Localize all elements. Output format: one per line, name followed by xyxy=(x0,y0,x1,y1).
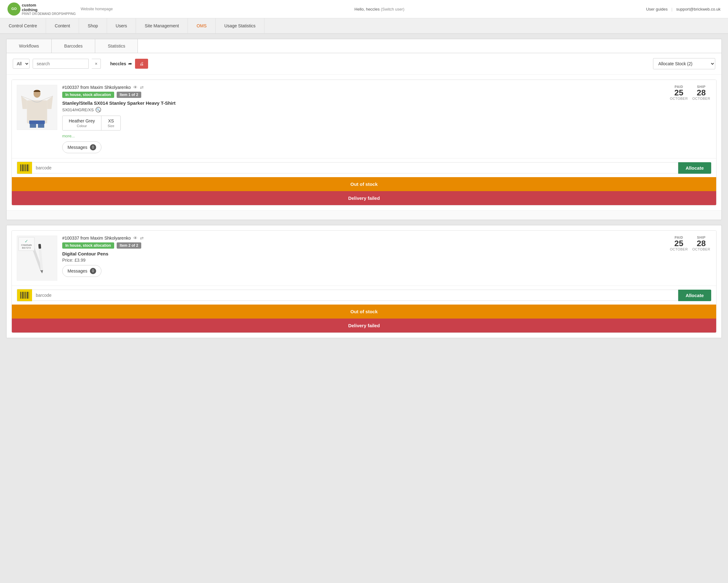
badge-item-1: Item 1 of 2 xyxy=(117,92,141,98)
product-image-2: ✓ ChildSafeBS7272 xyxy=(17,235,57,281)
svg-rect-14 xyxy=(25,164,26,171)
svg-rect-16 xyxy=(27,164,28,171)
paid-month-1: OCTOBER xyxy=(669,96,689,101)
nav-site-management[interactable]: Site Management xyxy=(136,18,188,33)
barcode-row-2: Allocate xyxy=(12,285,716,305)
order-title-row-1: #100337 from Maxim Shkolyarenko 👁 ⇄ xyxy=(62,85,664,90)
support-email-link[interactable]: support@brickweb.co.uk xyxy=(676,7,721,11)
allocate-button-1[interactable]: Allocate xyxy=(678,162,711,174)
sku-search-icon-1[interactable]: 🔍 xyxy=(96,107,101,112)
nav-shop[interactable]: Shop xyxy=(79,18,107,33)
barcode-svg-1 xyxy=(20,164,29,171)
svg-rect-9 xyxy=(29,120,45,124)
website-link[interactable]: Website homepage xyxy=(81,6,113,12)
badge-row-2: In house, stock allocation Item 2 of 2 xyxy=(62,242,664,249)
barcode-row-1: Allocate xyxy=(12,158,716,177)
shuffle-icon-2[interactable]: ⇄ xyxy=(140,235,144,241)
paid-date-box-2: PAID 25 OCTOBER xyxy=(669,235,689,251)
hello-text: Hello, heccles (Switch user) xyxy=(354,7,404,11)
svg-rect-12 xyxy=(22,164,23,171)
top-bar: GO customclothing PRINT ON DEMAND DROPSH… xyxy=(0,0,728,18)
logo-main-text: customclothing xyxy=(22,3,76,12)
content-wrap: Workflows Barcodes Statistics All × hecc… xyxy=(0,34,728,343)
order-number-1: #100337 from Maxim Shkolyarenko xyxy=(62,85,131,90)
switch-user-link[interactable]: (Switch user) xyxy=(381,7,405,11)
order-details-1: #100337 from Maxim Shkolyarenko 👁 ⇄ In h… xyxy=(62,85,664,153)
childsafe-icon: ✓ xyxy=(25,239,28,244)
order-title-row-2: #100337 from Maxim Shkolyarenko 👁 ⇄ xyxy=(62,235,664,241)
paid-month-2: OCTOBER xyxy=(669,247,689,251)
eye-icon-1[interactable]: 👁 xyxy=(133,85,137,90)
messages-count-2: 0 xyxy=(90,268,96,274)
svg-rect-15 xyxy=(26,164,26,171)
delivery-failed-bar-2[interactable]: Delivery failed xyxy=(12,318,716,333)
badge-item-2: Item 2 of 2 xyxy=(117,242,141,249)
filter-select[interactable]: All xyxy=(13,59,30,69)
order-card-1: #100337 from Maxim Shkolyarenko 👁 ⇄ In h… xyxy=(11,80,717,205)
size-label-1: Size xyxy=(108,124,114,128)
user-badge: heccles ➦ xyxy=(110,61,132,66)
ship-date-box-1: SHIP 28 OCTOBER xyxy=(691,85,711,101)
nav-users[interactable]: Users xyxy=(107,18,136,33)
clear-search-button[interactable]: × xyxy=(92,59,101,69)
shuffle-icon-1[interactable]: ⇄ xyxy=(140,85,144,90)
main-panel: Workflows Barcodes Statistics All × hecc… xyxy=(6,39,722,220)
nav-content[interactable]: Content xyxy=(46,18,79,33)
paid-date-2: 25 xyxy=(669,239,689,247)
tab-statistics[interactable]: Statistics xyxy=(95,39,138,53)
order-number-2: #100337 from Maxim Shkolyarenko xyxy=(62,235,131,241)
svg-rect-29 xyxy=(26,292,26,299)
svg-rect-1 xyxy=(27,100,47,123)
messages-count-1: 0 xyxy=(90,144,96,150)
order-details-2: #100337 from Maxim Shkolyarenko 👁 ⇄ In h… xyxy=(62,235,664,277)
search-input[interactable] xyxy=(33,59,89,69)
svg-rect-22 xyxy=(38,244,41,249)
barcode-icon-2 xyxy=(17,289,32,301)
order-dates-1: PAID 25 OCTOBER SHIP 28 OCTOBER xyxy=(669,85,711,101)
badge-row-1: In house, stock allocation Item 1 of 2 xyxy=(62,92,664,98)
partial-row xyxy=(6,211,722,220)
svg-rect-31 xyxy=(29,292,29,299)
user-guides-link[interactable]: User guides xyxy=(646,7,668,11)
colour-cell-1: Heather Grey Colour xyxy=(62,116,101,130)
ship-month-2: OCTOBER xyxy=(691,247,711,251)
svg-rect-27 xyxy=(24,292,24,299)
order-card-2: ✓ ChildSafeBS7272 xyxy=(11,230,717,333)
divider: | xyxy=(671,7,672,11)
ship-date-box-2: SHIP 28 OCTOBER xyxy=(691,235,711,251)
more-link-1[interactable]: more... xyxy=(62,134,664,138)
svg-marker-23 xyxy=(41,270,43,274)
tab-workflows[interactable]: Workflows xyxy=(6,39,52,53)
barcode-input-2[interactable] xyxy=(32,289,678,301)
messages-button-2[interactable]: Messages 0 xyxy=(62,265,101,277)
price-text-2: Price: £3.99 xyxy=(62,258,664,262)
eye-icon-2[interactable]: 👁 xyxy=(133,235,137,241)
messages-label-1: Messages xyxy=(68,145,87,150)
logo-text-area: customclothing PRINT ON DEMAND DROPSHIPP… xyxy=(22,3,76,16)
colour-label-1: Colour xyxy=(69,124,95,128)
nav-control-centre[interactable]: Control Centre xyxy=(0,18,46,33)
nav-usage-statistics[interactable]: Usage Statistics xyxy=(216,18,264,33)
allocate-button-2[interactable]: Allocate xyxy=(678,289,711,301)
tab-barcodes[interactable]: Barcodes xyxy=(52,39,95,53)
svg-rect-10 xyxy=(20,164,21,171)
print-button[interactable]: 🖨 xyxy=(135,59,148,69)
svg-rect-17 xyxy=(29,164,29,171)
size-cell-1: XS Size xyxy=(101,116,121,130)
size-value-1: XS xyxy=(108,118,114,123)
out-of-stock-bar-1[interactable]: Out of stock xyxy=(12,177,716,191)
sku-text-1: SX014/HGRE/XS xyxy=(62,108,94,112)
out-of-stock-bar-2[interactable]: Out of stock xyxy=(12,305,716,318)
product-sku-1: SX014/HGRE/XS 🔍 xyxy=(62,107,664,112)
printer-icon: 🖨 xyxy=(139,61,144,66)
user-switch-icon[interactable]: ➦ xyxy=(128,61,132,66)
svg-rect-26 xyxy=(22,292,23,299)
ship-date-2: 28 xyxy=(691,239,711,247)
ship-date-1: 28 xyxy=(691,89,711,96)
nav-oms[interactable]: OMS xyxy=(188,18,216,33)
logo-area: GO customclothing PRINT ON DEMAND DROPSH… xyxy=(7,2,76,16)
messages-button-1[interactable]: Messages 0 xyxy=(62,141,101,153)
delivery-failed-bar-1[interactable]: Delivery failed xyxy=(12,191,716,205)
barcode-input-1[interactable] xyxy=(32,162,678,173)
allocate-stock-dropdown[interactable]: Allocate Stock (2) xyxy=(653,58,715,69)
